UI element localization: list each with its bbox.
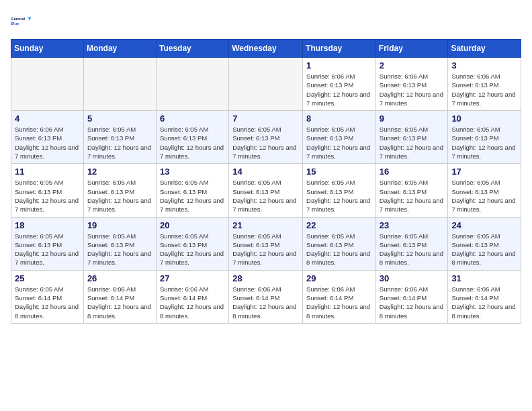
day-info: Sunrise: 6:06 AMSunset: 6:14 PMDaylight:… [451, 285, 517, 320]
day-number: 10 [451, 113, 517, 124]
day-info: Sunrise: 6:05 AMSunset: 6:14 PMDaylight:… [15, 285, 80, 320]
logo: GeneralBlue [11, 11, 32, 32]
day-info: Sunrise: 6:05 AMSunset: 6:13 PMDaylight:… [451, 178, 517, 214]
day-number: 23 [380, 220, 445, 230]
weekday-header-thursday: Thursday [303, 40, 376, 58]
calendar-day-cell: 29Sunrise: 6:06 AMSunset: 6:14 PMDayligh… [303, 270, 376, 323]
calendar-day-cell: 22Sunrise: 6:05 AMSunset: 6:13 PMDayligh… [303, 217, 376, 270]
calendar-day-cell: 7Sunrise: 6:05 AMSunset: 6:13 PMDaylight… [229, 111, 303, 164]
calendar-day-cell: 19Sunrise: 6:05 AMSunset: 6:13 PMDayligh… [83, 217, 156, 270]
day-info: Sunrise: 6:06 AMSunset: 6:14 PMDaylight:… [306, 285, 372, 320]
calendar-day-cell: 8Sunrise: 6:05 AMSunset: 6:13 PMDaylight… [303, 111, 376, 164]
weekday-header-saturday: Saturday [448, 40, 521, 58]
day-number: 26 [87, 273, 152, 283]
calendar-day-cell: 2Sunrise: 6:06 AMSunset: 6:13 PMDaylight… [375, 58, 448, 111]
day-info: Sunrise: 6:05 AMSunset: 6:13 PMDaylight:… [87, 178, 152, 214]
calendar-day-cell: 18Sunrise: 6:05 AMSunset: 6:13 PMDayligh… [11, 217, 84, 270]
calendar-day-cell: 4Sunrise: 6:06 AMSunset: 6:13 PMDaylight… [11, 111, 84, 164]
calendar-day-cell: 11Sunrise: 6:05 AMSunset: 6:13 PMDayligh… [11, 164, 84, 217]
day-info: Sunrise: 6:05 AMSunset: 6:13 PMDaylight:… [306, 178, 372, 214]
day-number: 24 [451, 220, 517, 230]
calendar-day-cell: 28Sunrise: 6:06 AMSunset: 6:14 PMDayligh… [229, 270, 303, 323]
day-number: 5 [87, 113, 152, 124]
calendar-day-cell [11, 58, 84, 111]
day-info: Sunrise: 6:05 AMSunset: 6:13 PMDaylight:… [15, 178, 80, 214]
calendar-day-cell: 5Sunrise: 6:05 AMSunset: 6:13 PMDaylight… [83, 111, 156, 164]
day-info: Sunrise: 6:06 AMSunset: 6:13 PMDaylight:… [306, 72, 372, 107]
day-number: 9 [380, 113, 445, 124]
day-number: 6 [160, 113, 225, 124]
weekday-header-row: SundayMondayTuesdayWednesdayThursdayFrid… [11, 40, 521, 58]
day-number: 3 [451, 60, 517, 71]
day-info: Sunrise: 6:05 AMSunset: 6:13 PMDaylight:… [380, 178, 445, 214]
calendar-day-cell: 12Sunrise: 6:05 AMSunset: 6:13 PMDayligh… [83, 164, 156, 217]
day-number: 11 [15, 167, 80, 177]
day-info: Sunrise: 6:05 AMSunset: 6:13 PMDaylight:… [306, 125, 372, 161]
day-info: Sunrise: 6:05 AMSunset: 6:13 PMDaylight:… [160, 125, 225, 161]
day-number: 30 [380, 273, 445, 283]
calendar-day-cell: 13Sunrise: 6:05 AMSunset: 6:13 PMDayligh… [156, 164, 228, 217]
weekday-header-wednesday: Wednesday [229, 40, 303, 58]
day-info: Sunrise: 6:06 AMSunset: 6:14 PMDaylight:… [232, 285, 299, 320]
day-info: Sunrise: 6:06 AMSunset: 6:13 PMDaylight:… [451, 72, 517, 107]
day-number: 16 [380, 167, 445, 177]
calendar-week-row: 18Sunrise: 6:05 AMSunset: 6:13 PMDayligh… [11, 217, 521, 270]
day-info: Sunrise: 6:05 AMSunset: 6:13 PMDaylight:… [160, 178, 225, 214]
calendar-day-cell: 25Sunrise: 6:05 AMSunset: 6:14 PMDayligh… [11, 270, 84, 323]
day-number: 13 [160, 167, 225, 177]
calendar-day-cell [83, 58, 156, 111]
day-number: 28 [232, 273, 299, 283]
calendar-day-cell: 14Sunrise: 6:05 AMSunset: 6:13 PMDayligh… [229, 164, 303, 217]
day-info: Sunrise: 6:05 AMSunset: 6:13 PMDaylight:… [160, 232, 225, 267]
svg-text:General: General [11, 17, 26, 21]
calendar-day-cell: 3Sunrise: 6:06 AMSunset: 6:13 PMDaylight… [448, 58, 521, 111]
day-info: Sunrise: 6:05 AMSunset: 6:13 PMDaylight:… [87, 232, 152, 267]
day-number: 20 [160, 220, 225, 230]
day-info: Sunrise: 6:05 AMSunset: 6:13 PMDaylight:… [232, 232, 299, 267]
calendar-day-cell: 9Sunrise: 6:05 AMSunset: 6:13 PMDaylight… [375, 111, 448, 164]
day-info: Sunrise: 6:06 AMSunset: 6:13 PMDaylight:… [380, 72, 445, 107]
day-number: 31 [451, 273, 517, 283]
day-number: 27 [160, 273, 225, 283]
svg-text:Blue: Blue [11, 21, 19, 26]
svg-marker-2 [28, 17, 32, 21]
day-number: 29 [306, 273, 372, 283]
day-number: 22 [306, 220, 372, 230]
calendar-day-cell: 31Sunrise: 6:06 AMSunset: 6:14 PMDayligh… [448, 270, 521, 323]
day-number: 1 [306, 60, 372, 71]
weekday-header-monday: Monday [83, 40, 156, 58]
weekday-header-sunday: Sunday [11, 40, 84, 58]
day-info: Sunrise: 6:05 AMSunset: 6:13 PMDaylight:… [451, 232, 517, 267]
day-number: 21 [232, 220, 299, 230]
day-number: 18 [15, 220, 80, 230]
calendar-day-cell: 10Sunrise: 6:05 AMSunset: 6:13 PMDayligh… [448, 111, 521, 164]
day-info: Sunrise: 6:06 AMSunset: 6:13 PMDaylight:… [15, 125, 80, 161]
day-info: Sunrise: 6:05 AMSunset: 6:13 PMDaylight:… [451, 125, 517, 161]
calendar-day-cell: 27Sunrise: 6:06 AMSunset: 6:14 PMDayligh… [156, 270, 228, 323]
day-number: 15 [306, 167, 372, 177]
day-number: 14 [232, 167, 299, 177]
day-number: 25 [15, 273, 80, 283]
day-info: Sunrise: 6:06 AMSunset: 6:14 PMDaylight:… [160, 285, 225, 320]
day-number: 4 [15, 113, 80, 124]
weekday-header-tuesday: Tuesday [156, 40, 228, 58]
day-number: 7 [232, 113, 299, 124]
calendar-day-cell: 24Sunrise: 6:05 AMSunset: 6:13 PMDayligh… [448, 217, 521, 270]
page-header: GeneralBlue [11, 11, 521, 32]
calendar-day-cell [156, 58, 228, 111]
calendar-week-row: 1Sunrise: 6:06 AMSunset: 6:13 PMDaylight… [11, 58, 521, 111]
calendar-day-cell: 21Sunrise: 6:05 AMSunset: 6:13 PMDayligh… [229, 217, 303, 270]
day-number: 8 [306, 113, 372, 124]
logo-icon: GeneralBlue [11, 11, 32, 32]
day-info: Sunrise: 6:05 AMSunset: 6:13 PMDaylight:… [306, 232, 372, 267]
day-info: Sunrise: 6:05 AMSunset: 6:13 PMDaylight:… [380, 125, 445, 161]
day-info: Sunrise: 6:05 AMSunset: 6:13 PMDaylight:… [232, 178, 299, 214]
day-number: 2 [380, 60, 445, 71]
day-info: Sunrise: 6:05 AMSunset: 6:13 PMDaylight:… [87, 125, 152, 161]
calendar-day-cell: 1Sunrise: 6:06 AMSunset: 6:13 PMDaylight… [303, 58, 376, 111]
day-number: 12 [87, 167, 152, 177]
calendar-day-cell: 20Sunrise: 6:05 AMSunset: 6:13 PMDayligh… [156, 217, 228, 270]
calendar-week-row: 25Sunrise: 6:05 AMSunset: 6:14 PMDayligh… [11, 270, 521, 323]
calendar-day-cell: 15Sunrise: 6:05 AMSunset: 6:13 PMDayligh… [303, 164, 376, 217]
day-info: Sunrise: 6:06 AMSunset: 6:14 PMDaylight:… [87, 285, 152, 320]
